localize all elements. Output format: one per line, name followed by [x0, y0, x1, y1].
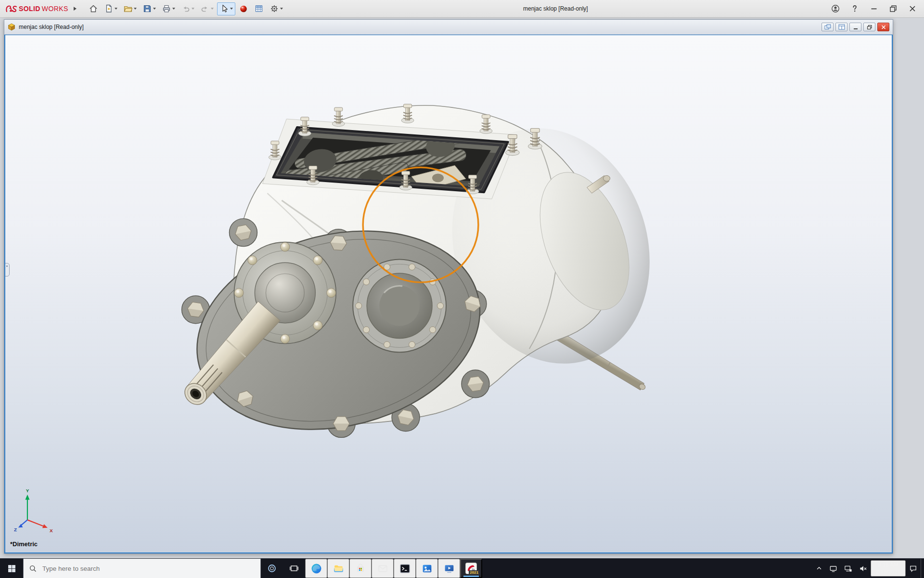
hidden-icons-button[interactable]: [812, 559, 826, 578]
select-tool-button[interactable]: [217, 2, 235, 15]
solidworks-menu-button[interactable]: SOLIDWORKS: [2, 4, 79, 13]
restore-icon: [888, 4, 898, 13]
dropdown-caret[interactable]: [134, 8, 137, 10]
search-input[interactable]: [41, 565, 255, 573]
task-view-icon: [289, 564, 299, 573]
display-tray-button[interactable]: [826, 559, 841, 578]
windows-logo-icon: [8, 565, 16, 573]
restore-button[interactable]: [884, 0, 903, 17]
mail-icon: [377, 563, 389, 575]
dropdown-caret[interactable]: [230, 8, 233, 10]
task-view-button[interactable]: [283, 559, 305, 578]
cortana-icon: [267, 564, 277, 573]
action-center-icon: [909, 565, 917, 573]
network-tray-button[interactable]: [841, 559, 856, 578]
start-button[interactable]: [0, 559, 23, 578]
doc-restore-icon: [867, 25, 873, 30]
triad-z-label: Z: [14, 527, 17, 532]
open-button[interactable]: [121, 2, 139, 15]
action-center-button[interactable]: [906, 559, 921, 578]
close-button[interactable]: [903, 0, 922, 17]
taskbar-app-movies-tv[interactable]: [438, 559, 460, 578]
save-icon: [142, 4, 152, 13]
gearbox-3d-model[interactable]: Y X Z: [5, 35, 892, 552]
round-cover-plate: [353, 259, 446, 352]
gear-icon: [270, 4, 279, 13]
tile-window-button[interactable]: [835, 23, 847, 31]
dropdown-caret[interactable]: [192, 8, 194, 10]
doc-close-button[interactable]: [877, 23, 889, 31]
store-icon: [355, 563, 366, 574]
doc-minimize-button[interactable]: [849, 23, 861, 31]
photos-icon: [421, 563, 433, 575]
document-window-titlebar[interactable]: menjac sklop [Read-only]: [4, 20, 893, 35]
taskbar-app-store[interactable]: [349, 559, 372, 578]
show-desktop-button[interactable]: [921, 559, 924, 578]
new-window-icon: [824, 24, 831, 30]
close-icon: [908, 4, 917, 13]
account-icon: [831, 4, 840, 13]
document-window-controls: [821, 23, 889, 31]
dropdown-caret[interactable]: [280, 8, 283, 10]
new-document-icon: [104, 4, 114, 13]
network-icon: [844, 565, 852, 573]
dropdown-caret[interactable]: [153, 8, 156, 10]
triad-y-label: Y: [26, 488, 29, 493]
document-window-title: menjac sklop [Read-only]: [19, 24, 84, 30]
redo-button[interactable]: [198, 2, 216, 15]
viewport-3d[interactable]: Y X Z *Dimetric: [4, 35, 893, 553]
print-icon: [162, 4, 171, 13]
spreadsheet-button[interactable]: [252, 2, 266, 15]
minimize-button[interactable]: [864, 0, 884, 17]
clock-date: 2/19/2021: [876, 568, 900, 576]
chevron-up-icon: [816, 565, 822, 572]
volume-muted-icon: [859, 565, 867, 573]
app-window-controls: [826, 0, 922, 17]
taskbar-app-solidworks[interactable]: 2021: [460, 559, 482, 578]
document-window: menjac sklop [Read-only]: [4, 19, 893, 554]
edge-icon: [310, 563, 322, 575]
save-button[interactable]: [140, 2, 158, 15]
undo-button[interactable]: [179, 2, 197, 15]
system-tray: 9:16 AM 2/19/2021: [812, 559, 924, 578]
home-button[interactable]: [86, 2, 101, 15]
tile-window-icon: [838, 24, 845, 30]
help-button[interactable]: [845, 0, 864, 17]
dropdown-caret[interactable]: [211, 8, 214, 10]
brand-works-text: WORKS: [42, 5, 68, 13]
options-button[interactable]: [267, 2, 285, 15]
dropdown-caret[interactable]: [115, 8, 117, 10]
mdi-area: menjac sklop [Read-only]: [0, 18, 924, 558]
taskbar-clock[interactable]: 9:16 AM 2/19/2021: [871, 560, 906, 577]
taskbar-app-file-explorer[interactable]: [327, 559, 349, 578]
red-sphere-button[interactable]: [236, 2, 251, 15]
doc-restore-button[interactable]: [863, 23, 875, 31]
redo-icon: [200, 4, 210, 13]
brand-solid-text: SOLID: [19, 5, 40, 13]
file-explorer-icon: [333, 563, 345, 575]
app-title: menjac sklop [Read-only]: [285, 5, 826, 12]
solidworks-app: SOLIDWORKS: [0, 0, 924, 578]
terminal-icon: [399, 563, 411, 575]
taskbar-app-photos[interactable]: [416, 559, 438, 578]
undo-icon: [181, 4, 191, 13]
menu-expand-arrow-icon[interactable]: [74, 7, 77, 11]
dropdown-caret[interactable]: [172, 8, 175, 10]
assembly-icon: [8, 23, 15, 31]
cortana-button[interactable]: [261, 559, 283, 578]
panel-splitter-handle[interactable]: [4, 263, 10, 276]
new-document-button[interactable]: [102, 2, 120, 15]
taskbar-app-terminal[interactable]: [394, 559, 416, 578]
new-window-button[interactable]: [821, 23, 834, 31]
print-button[interactable]: [159, 2, 178, 15]
taskbar-search[interactable]: [23, 559, 261, 578]
view-orientation-label: *Dimetric: [10, 540, 38, 548]
app-titlebar: SOLIDWORKS: [0, 0, 924, 18]
taskbar-app-mail[interactable]: [372, 559, 394, 578]
movies-tv-icon: [443, 563, 455, 575]
taskbar-app-edge[interactable]: [305, 559, 327, 578]
windows-taskbar: 2021: [0, 558, 924, 578]
volume-tray-button[interactable]: [856, 559, 871, 578]
display-icon: [829, 565, 837, 573]
account-button[interactable]: [826, 0, 845, 17]
